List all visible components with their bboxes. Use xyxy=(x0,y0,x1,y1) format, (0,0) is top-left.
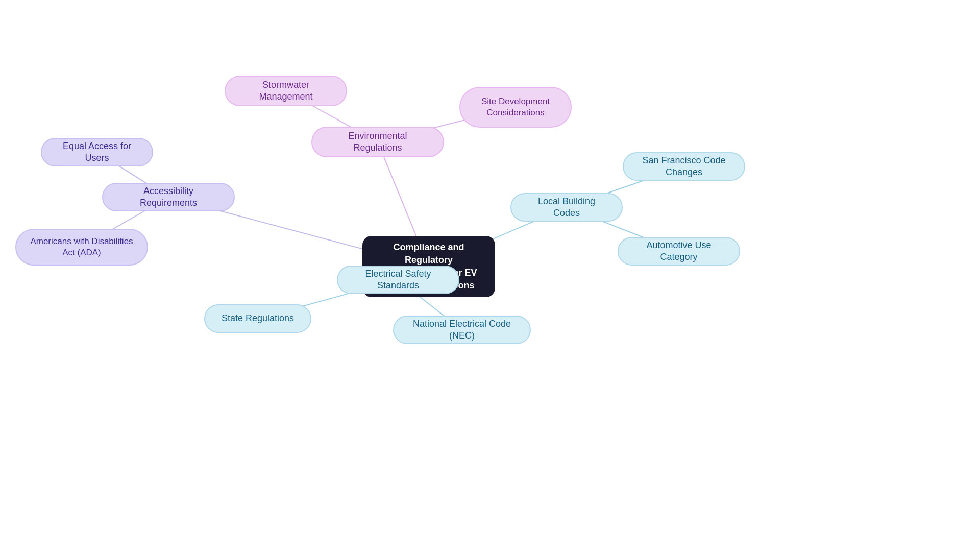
node-electrical_safety[interactable]: Electrical Safety Standards xyxy=(337,266,459,294)
node-automotive[interactable]: Automotive Use Category xyxy=(618,237,740,266)
node-sf_code[interactable]: San Francisco Code Changes xyxy=(623,152,745,181)
node-equal_access[interactable]: Equal Access for Users xyxy=(41,138,153,166)
node-label-environmental: Environmental Regulations xyxy=(325,130,431,154)
node-label-ada: Americans with Disabilities Act (ADA) xyxy=(29,236,135,258)
node-ada[interactable]: Americans with Disabilities Act (ADA) xyxy=(15,229,148,266)
node-label-accessibility: Accessibility Requirements xyxy=(115,185,222,209)
mind-map: Compliance and Regulatory Considerations… xyxy=(0,0,980,553)
node-local_building[interactable]: Local Building Codes xyxy=(510,193,623,222)
node-label-electrical_safety: Electrical Safety Standards xyxy=(350,268,446,292)
node-label-site_development: Site Development Considerations xyxy=(473,96,558,118)
node-environmental[interactable]: Environmental Regulations xyxy=(311,127,444,157)
node-nec[interactable]: National Electrical Code (NEC) xyxy=(393,316,531,344)
node-label-automotive: Automotive Use Category xyxy=(631,239,727,263)
node-site_development[interactable]: Site Development Considerations xyxy=(459,87,572,128)
node-label-stormwater: Stormwater Management xyxy=(238,79,334,103)
node-label-equal_access: Equal Access for Users xyxy=(54,140,140,164)
node-label-state_regs: State Regulations xyxy=(222,312,294,324)
node-state_regs[interactable]: State Regulations xyxy=(204,304,311,333)
node-stormwater[interactable]: Stormwater Management xyxy=(225,76,347,106)
node-label-local_building: Local Building Codes xyxy=(524,196,609,220)
node-label-sf_code: San Francisco Code Changes xyxy=(636,155,732,179)
node-accessibility[interactable]: Accessibility Requirements xyxy=(102,183,235,211)
node-label-nec: National Electrical Code (NEC) xyxy=(406,318,518,342)
